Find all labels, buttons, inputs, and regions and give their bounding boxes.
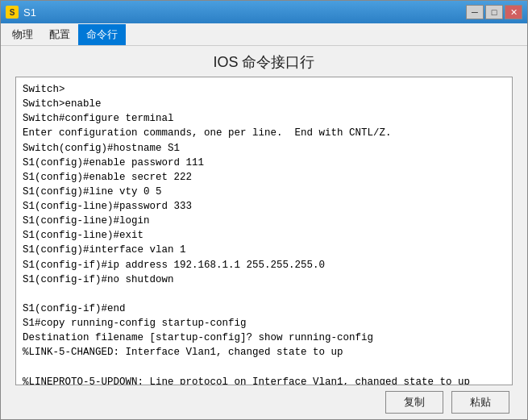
terminal-output[interactable]: Switch> Switch>enable Switch#configure t… xyxy=(16,77,512,385)
menu-item-config[interactable]: 配置 xyxy=(41,24,78,45)
page-title: IOS 命令接口行 xyxy=(1,46,527,77)
maximize-button[interactable]: □ xyxy=(485,5,503,19)
menu-item-cli[interactable]: 命令行 xyxy=(78,24,126,45)
title-bar: S S1 ─ □ ✕ xyxy=(1,1,527,23)
menu-item-physics[interactable]: 物理 xyxy=(4,24,41,45)
close-button[interactable]: ✕ xyxy=(505,5,522,19)
title-bar-left: S S1 xyxy=(6,6,36,19)
main-window: S S1 ─ □ ✕ 物理 配置 命令行 IOS 命令接口行 Switch> S… xyxy=(0,0,528,420)
minimize-button[interactable]: ─ xyxy=(466,5,484,19)
window-icon: S xyxy=(6,6,19,19)
window-title: S1 xyxy=(23,6,36,19)
paste-button[interactable]: 粘贴 xyxy=(451,391,509,414)
window-controls: ─ □ ✕ xyxy=(466,5,522,19)
terminal-container: Switch> Switch>enable Switch#configure t… xyxy=(15,77,513,385)
bottom-bar: 复制 粘贴 xyxy=(1,385,527,419)
copy-button[interactable]: 复制 xyxy=(385,391,443,414)
menu-bar: 物理 配置 命令行 xyxy=(1,23,527,46)
